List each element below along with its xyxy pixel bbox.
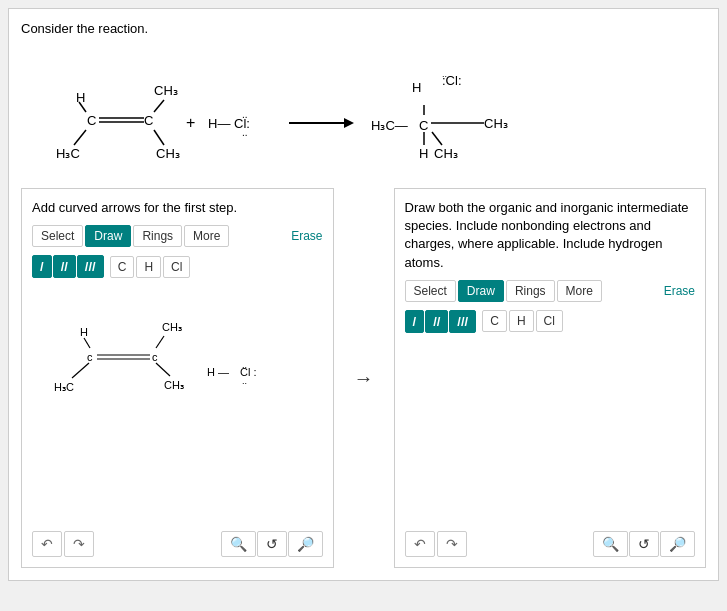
left-panel: Add curved arrows for the first step. Se… — [21, 188, 334, 568]
left-triple-bond-btn[interactable]: /// — [77, 255, 104, 278]
left-draw-btn[interactable]: Draw — [85, 225, 131, 247]
right-atom-cl-btn[interactable]: Cl — [536, 310, 563, 332]
svg-line-40 — [156, 336, 164, 348]
right-bond-btns: / // /// — [405, 310, 477, 333]
svg-text:C: C — [87, 113, 96, 128]
svg-text:c: c — [152, 351, 158, 363]
svg-text:..: .. — [242, 127, 248, 138]
right-draw-btn[interactable]: Draw — [458, 280, 504, 302]
right-more-btn[interactable]: More — [557, 280, 602, 302]
right-redo-btn[interactable]: ↷ — [437, 531, 467, 557]
svg-text:H —: H — — [207, 366, 229, 378]
svg-line-9 — [154, 130, 164, 145]
svg-line-41 — [156, 363, 170, 376]
svg-line-8 — [154, 100, 164, 112]
left-zoom-reset-btn[interactable]: ↺ — [257, 531, 287, 557]
left-select-btn[interactable]: Select — [32, 225, 83, 247]
left-drawing-area[interactable]: H CH₃ c c H₃C — [32, 286, 323, 525]
svg-text:H: H — [412, 80, 421, 95]
left-molecule-svg: H CH₃ c c H₃C — [32, 306, 322, 506]
svg-text:H₃C: H₃C — [56, 146, 80, 161]
right-undo-btn[interactable]: ↶ — [405, 531, 435, 557]
right-zoom-btns: 🔍 ↺ 🔎 — [593, 531, 695, 557]
svg-text:CH₃: CH₃ — [156, 146, 180, 161]
svg-text:..: .. — [242, 360, 247, 370]
svg-text:H: H — [76, 90, 85, 105]
right-zoom-in-btn[interactable]: 🔍 — [593, 531, 628, 557]
svg-text:+: + — [186, 114, 195, 131]
left-atom-cl-btn[interactable]: Cl — [163, 256, 190, 278]
reaction-area: H CH₃ C C H₃C CH₃ + H— Cl: .. — [21, 46, 706, 174]
left-zoom-in-btn[interactable]: 🔍 — [221, 531, 256, 557]
left-undo-btn[interactable]: ↶ — [32, 531, 62, 557]
svg-text:CH₃: CH₃ — [162, 321, 182, 333]
main-container: Consider the reaction. H CH₃ C C H₃C CH₃ — [8, 8, 719, 581]
right-atom-c-btn[interactable]: C — [482, 310, 507, 332]
svg-line-7 — [74, 130, 86, 145]
right-panel: Draw both the organic and inorganic inte… — [394, 188, 707, 568]
svg-text:CH₃: CH₃ — [484, 116, 508, 131]
left-atom-h-btn[interactable]: H — [136, 256, 161, 278]
left-single-bond-btn[interactable]: / — [32, 255, 52, 278]
left-more-btn[interactable]: More — [184, 225, 229, 247]
right-erase-btn[interactable]: Erase — [664, 284, 695, 298]
panels-row: Add curved arrows for the first step. Se… — [21, 188, 706, 568]
left-bond-toolbar: / // /// C H Cl — [32, 255, 323, 278]
right-triple-bond-btn[interactable]: /// — [449, 310, 476, 333]
right-zoom-reset-btn[interactable]: ↺ — [629, 531, 659, 557]
svg-text:c: c — [87, 351, 93, 363]
svg-text:H—: H— — [208, 116, 230, 131]
right-panel-title: Draw both the organic and inorganic inte… — [405, 199, 696, 272]
left-undo-redo: ↶ ↷ — [32, 531, 94, 557]
svg-text:C: C — [419, 118, 428, 133]
right-atom-h-btn[interactable]: H — [509, 310, 534, 332]
right-undo-redo: ↶ ↷ — [405, 531, 467, 557]
left-zoom-out-btn[interactable]: 🔎 — [288, 531, 323, 557]
right-double-bond-btn[interactable]: // — [425, 310, 448, 333]
left-redo-btn[interactable]: ↷ — [64, 531, 94, 557]
svg-text:H: H — [419, 146, 428, 161]
left-bond-btns: / // /// — [32, 255, 104, 278]
right-bond-toolbar: / // /// C H Cl — [405, 310, 696, 333]
svg-text:..: .. — [242, 376, 247, 386]
right-bottom-controls: ↶ ↷ 🔍 ↺ 🔎 — [405, 531, 696, 557]
right-zoom-out-btn[interactable]: 🔎 — [660, 531, 695, 557]
svg-text:H₃C—: H₃C— — [371, 118, 408, 133]
svg-text:H₃C: H₃C — [54, 381, 74, 393]
reaction-arrow: → — [344, 367, 384, 390]
svg-text:CH₃: CH₃ — [164, 379, 184, 391]
left-toolbar: Select Draw Rings More Erase — [32, 225, 323, 247]
svg-line-38 — [84, 338, 90, 348]
svg-text:..: .. — [242, 109, 248, 120]
right-toolbar: Select Draw Rings More Erase — [405, 280, 696, 302]
svg-marker-18 — [344, 118, 354, 128]
right-rings-btn[interactable]: Rings — [506, 280, 555, 302]
left-zoom-btns: 🔍 ↺ 🔎 — [221, 531, 323, 557]
right-select-btn[interactable]: Select — [405, 280, 456, 302]
svg-text:..: .. — [442, 69, 447, 79]
reaction-svg: H CH₃ C C H₃C CH₃ + H— Cl: .. — [24, 50, 704, 170]
svg-line-39 — [72, 363, 89, 378]
left-atom-c-btn[interactable]: C — [110, 256, 135, 278]
svg-text:H: H — [80, 326, 88, 338]
svg-text:CH₃: CH₃ — [154, 83, 178, 98]
svg-text:C: C — [144, 113, 153, 128]
left-erase-btn[interactable]: Erase — [291, 229, 322, 243]
right-drawing-area[interactable] — [405, 341, 696, 525]
svg-line-31 — [432, 132, 442, 145]
right-single-bond-btn[interactable]: / — [405, 310, 425, 333]
question-text: Consider the reaction. — [21, 21, 706, 36]
left-rings-btn[interactable]: Rings — [133, 225, 182, 247]
left-panel-title: Add curved arrows for the first step. — [32, 199, 323, 217]
left-bottom-controls: ↶ ↷ 🔍 ↺ 🔎 — [32, 531, 323, 557]
svg-text:CH₃: CH₃ — [434, 146, 458, 161]
left-double-bond-btn[interactable]: // — [53, 255, 76, 278]
